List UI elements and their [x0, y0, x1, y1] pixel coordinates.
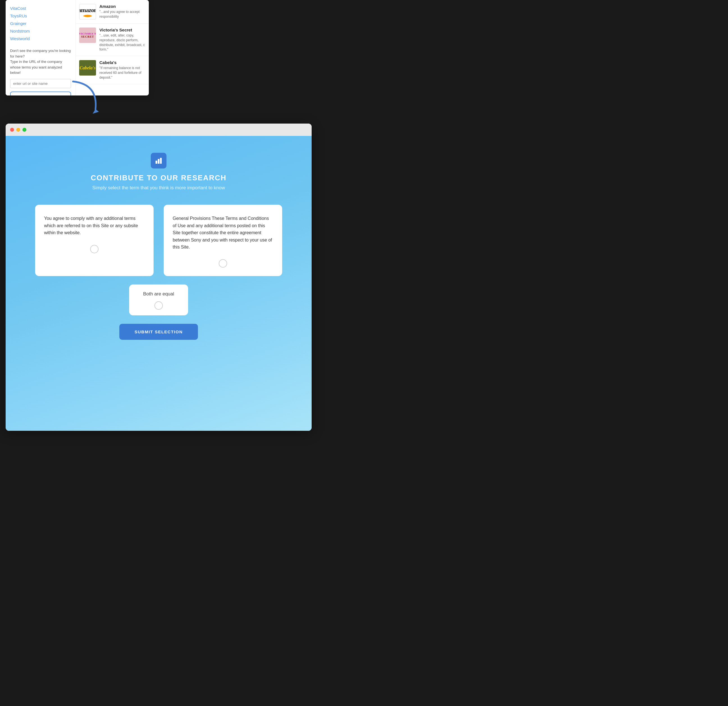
sidebar-link-westworld[interactable]: Westworld [10, 35, 71, 42]
sidebar-link-vitacost[interactable]: VitaCost [10, 4, 71, 12]
research-title: CONTRIBUTE TO OUR RESEARCH [91, 174, 226, 182]
sidebar-link-grainger[interactable]: Grainger [10, 20, 71, 27]
sidebar-link-toysrus[interactable]: ToysRUs [10, 12, 71, 20]
traffic-light-red[interactable] [10, 128, 14, 132]
research-icon [151, 153, 166, 168]
main-content: CONTRIBUTE TO OUR RESEARCH Simply select… [6, 136, 312, 431]
research-subtitle: Simply select the term that you think is… [92, 185, 225, 191]
amazon-info: Amazon "...and you agree to accept respo… [100, 4, 146, 19]
arrow-icon [67, 79, 101, 115]
option-a-card[interactable]: You agree to comply with any additional … [35, 205, 153, 276]
option-b-text: General Provisions These Terms and Condi… [173, 215, 273, 251]
vs-name: Victoria's Secret [100, 27, 146, 32]
cabelas-excerpt: "If remaining balance is not received 60… [100, 66, 146, 80]
option-b-radio[interactable] [219, 259, 227, 268]
company-links: VitaCost ToysRUs Grainger Nordstrom West… [10, 4, 71, 42]
help-box: HELP Help ClearTerms Help us rate polici… [10, 91, 71, 96]
svg-rect-3 [160, 158, 162, 164]
amazon-excerpt: "...and you agree to accept responsibili… [100, 10, 146, 19]
options-row: You agree to comply with any additional … [35, 205, 282, 276]
cabelas-info: Cabela's "If remaining balance is not re… [100, 60, 146, 80]
sidebar-link-nordstrom[interactable]: Nordstrom [10, 27, 71, 35]
svg-marker-0 [92, 109, 99, 114]
svg-rect-2 [158, 159, 159, 164]
amazon-logo: amazon [79, 4, 96, 19]
amazon-name: Amazon [100, 4, 146, 9]
company-item-amazon[interactable]: amazon Amazon "...and you agree to accep… [76, 0, 149, 23]
vs-logo: VICTORIA'S SECRET [79, 27, 96, 43]
cabelas-name: Cabela's [100, 60, 146, 65]
vs-info: Victoria's Secret "...use, edit, alter, … [100, 27, 146, 52]
option-a-text: You agree to comply with any additional … [44, 215, 144, 236]
vs-excerpt: "...use, edit, alter, copy, reproduce, d… [100, 33, 146, 52]
browser-titlebar [6, 124, 312, 136]
svg-rect-1 [156, 161, 157, 164]
company-item-vs[interactable]: VICTORIA'S SECRET Victoria's Secret "...… [76, 23, 149, 56]
bar-chart-icon [155, 157, 163, 165]
option-a-radio[interactable] [90, 245, 98, 253]
cabelas-logo: Cabela's [79, 60, 96, 75]
browser-window: CONTRIBUTE TO OUR RESEARCH Simply select… [6, 124, 312, 431]
option-b-card[interactable]: General Provisions These Terms and Condi… [164, 205, 282, 276]
equal-text: Both are equal [143, 291, 174, 297]
arrow-container [67, 79, 101, 115]
equal-radio[interactable] [155, 301, 163, 310]
sidebar-left: VitaCost ToysRUs Grainger Nordstrom West… [6, 0, 76, 95]
url-input[interactable] [10, 79, 71, 88]
traffic-light-yellow[interactable] [16, 128, 20, 132]
traffic-light-green[interactable] [22, 128, 26, 132]
submit-button[interactable]: SUBMIT SELECTION [119, 324, 198, 340]
no-company-text: Don't see the company you're looking for… [10, 48, 71, 75]
equal-card[interactable]: Both are equal [129, 285, 188, 315]
